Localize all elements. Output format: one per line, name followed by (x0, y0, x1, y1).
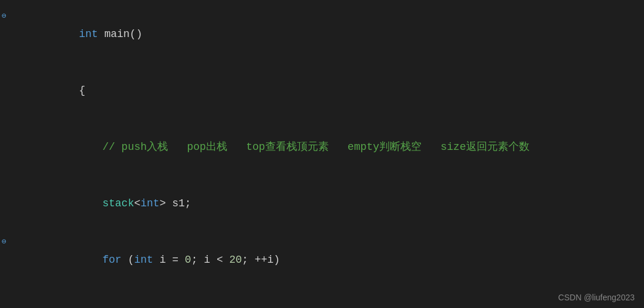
line-content-6: { (11, 288, 644, 308)
for-inc: ; ++i) (242, 254, 280, 266)
line-2: { (0, 62, 644, 119)
line-content-3: // push入栈 pop出栈 top查看栈顶元素 empty判断栈空 size… (11, 119, 644, 175)
for-init: i = (153, 254, 185, 266)
code-block: ⊖ int main() { // push入栈 pop出栈 top查看栈顶元素… (0, 0, 644, 308)
comment-top: top (227, 141, 265, 153)
line-5: ⊖ for (int i = 0; i < 20; ++i) (0, 232, 644, 288)
collapse-icon-1[interactable]: ⊖ (2, 11, 6, 23)
line-content-1: int main() (11, 6, 644, 62)
type-stack: stack (102, 197, 134, 209)
stack-open: < (134, 197, 140, 209)
zh-push: 入栈 (147, 141, 168, 153)
line-content-5: for (int i = 0; i < 20; ++i) (11, 232, 644, 288)
line-4: stack<int> s1; (0, 175, 644, 232)
comment-empty: empty (329, 141, 379, 153)
comment-pop: pop (168, 141, 206, 153)
stack-close: > s1; (160, 197, 191, 209)
zh-size: 返回元素个数 (466, 141, 530, 153)
keyword-for: for (102, 254, 121, 266)
line-content-4: stack<int> s1; (11, 175, 644, 232)
zh-top: 查看栈顶元素 (265, 141, 329, 153)
comment-size: size (422, 141, 466, 153)
line-1: ⊖ int main() (0, 6, 644, 62)
collapse-icon-5[interactable]: ⊖ (2, 236, 6, 249)
num-20: 20 (229, 254, 242, 266)
for-paren: ( (122, 254, 134, 266)
line-3: // push入栈 pop出栈 top查看栈顶元素 empty判断栈空 size… (0, 119, 644, 175)
watermark: CSDN @liufeng2023 (558, 293, 635, 302)
for-cond: ; i < (191, 254, 230, 266)
keyword-int-3: int (134, 254, 153, 266)
zh-empty: 判断栈空 (379, 141, 422, 153)
num-0: 0 (185, 254, 191, 266)
line-content-2: { (11, 62, 644, 119)
comment-push: // push (102, 141, 147, 153)
gutter-1: ⊖ (0, 11, 11, 23)
line-6: { (0, 288, 644, 308)
gutter-5: ⊖ (0, 236, 11, 249)
code-editor: ⊖ int main() { // push入栈 pop出栈 top查看栈顶元素… (0, 0, 644, 308)
keyword-int: int (79, 28, 97, 40)
main-fn: main() (98, 28, 143, 40)
keyword-int-2: int (140, 197, 159, 209)
open-brace-main: { (79, 85, 85, 96)
zh-pop: 出栈 (206, 141, 227, 153)
